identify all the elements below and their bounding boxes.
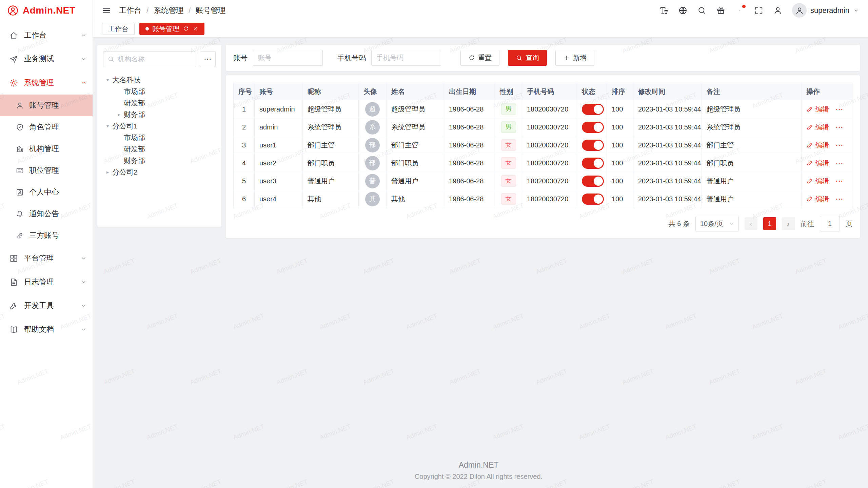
tree-node[interactable]: 研发部	[103, 97, 216, 109]
sidebar-item-business-test[interactable]: 业务测试	[0, 47, 93, 71]
breadcrumb-item[interactable]: 系统管理	[154, 5, 183, 16]
font-size-icon[interactable]	[659, 6, 669, 15]
cell-phone: 18020030720	[522, 154, 577, 172]
sidebar-item-dev-tools[interactable]: 开发工具	[0, 294, 93, 318]
reset-button[interactable]: 重置	[460, 50, 499, 66]
gender-badge: 女	[501, 193, 516, 205]
gender-badge: 男	[501, 103, 516, 115]
cell-index: 5	[234, 172, 255, 190]
tab-workbench[interactable]: 工作台	[102, 23, 135, 35]
hamburger-icon[interactable]	[102, 6, 111, 15]
profile-icon[interactable]	[773, 6, 783, 15]
app-root: Admin.NETAdmin.NETAdmin.NETAdmin.NETAdmi…	[0, 0, 868, 488]
app-logo[interactable]: Admin.NET	[0, 0, 93, 21]
prev-page-button[interactable]: ‹	[745, 217, 757, 230]
tree-node[interactable]: ▾大名科技	[103, 74, 216, 86]
status-toggle[interactable]	[582, 194, 604, 205]
row-avatar: 其	[365, 192, 380, 206]
theme-icon[interactable]	[716, 6, 726, 15]
sidebar-item-log-mgmt[interactable]: 日志管理	[0, 270, 93, 294]
chevron-down-icon	[853, 7, 859, 14]
tree-node[interactable]: 财务部	[103, 155, 216, 166]
tree-node[interactable]: ▸财务部	[103, 109, 216, 120]
cell-status	[577, 154, 607, 172]
cell-phone: 18020030720	[522, 118, 577, 136]
tab-close-icon[interactable]	[192, 26, 198, 32]
sidebar-item-platform-mgmt[interactable]: 平台管理	[0, 246, 93, 270]
edit-button[interactable]: 编辑	[806, 123, 829, 132]
goto-page-input[interactable]	[820, 216, 840, 231]
cell-ops: 编辑⋯	[802, 136, 852, 154]
sidebar-item-system-mgmt[interactable]: 系统管理	[0, 71, 93, 95]
sidebar-item-org-mgmt[interactable]: 机构管理	[0, 138, 93, 160]
cell-birth: 1986-06-28	[444, 118, 495, 136]
tree-node[interactable]: 研发部	[103, 143, 216, 155]
tree-node[interactable]: ▾分公司1	[103, 120, 216, 132]
sidebar-item-notice[interactable]: 通知公告	[0, 203, 93, 225]
org-more-button[interactable]: ⋯	[200, 51, 216, 67]
submenu-system-mgmt: 账号管理角色管理机构管理职位管理个人中心通知公告三方账号	[0, 95, 93, 246]
status-toggle[interactable]	[582, 122, 604, 133]
table-card: 序号账号昵称头像姓名出生日期性别手机号码状态排序修改时间备注操作 1supera…	[226, 75, 860, 238]
account-input[interactable]	[253, 50, 323, 66]
sidebar-item-position-mgmt[interactable]: 职位管理	[0, 160, 93, 181]
right-column: 账号 手机号码 重置 查询 新增 序号账号昵称头像姓名出生日期性别手机号码状态排…	[226, 45, 860, 238]
more-actions-button[interactable]: ⋯	[835, 159, 844, 167]
tab-account-mgmt[interactable]: 账号管理	[139, 23, 204, 35]
breadcrumb-item[interactable]: 账号管理	[196, 5, 225, 16]
plus-icon	[563, 55, 570, 61]
fullscreen-icon[interactable]	[754, 6, 764, 15]
column-header-account: 账号	[255, 83, 303, 100]
tree-caret-icon[interactable]: ▸	[115, 111, 124, 118]
query-button[interactable]: 查询	[508, 50, 547, 66]
more-actions-button[interactable]: ⋯	[835, 141, 844, 149]
more-actions-button[interactable]: ⋯	[835, 177, 844, 185]
edit-button[interactable]: 编辑	[806, 177, 829, 186]
footer-title: Admin.NET	[97, 461, 860, 470]
edit-button[interactable]: 编辑	[806, 195, 829, 204]
notification-icon[interactable]	[735, 6, 745, 15]
cell-phone: 18020030720	[522, 136, 577, 154]
sidebar-item-profile-center[interactable]: 个人中心	[0, 181, 93, 203]
edit-button[interactable]: 编辑	[806, 159, 829, 168]
status-toggle[interactable]	[582, 158, 604, 169]
sidebar-item-role-mgmt[interactable]: 角色管理	[0, 116, 93, 138]
more-actions-button[interactable]: ⋯	[835, 195, 844, 203]
tree-node[interactable]: ▸分公司2	[103, 166, 216, 178]
page-size-select[interactable]: 10条/页	[695, 216, 739, 231]
cell-index: 4	[234, 154, 255, 172]
sidebar-item-label: 系统管理	[24, 78, 54, 88]
tree-node[interactable]: 市场部	[103, 132, 216, 143]
more-actions-button[interactable]: ⋯	[835, 105, 844, 114]
edit-button[interactable]: 编辑	[806, 141, 829, 150]
tree-caret-icon[interactable]: ▸	[103, 169, 112, 175]
status-toggle[interactable]	[582, 140, 604, 151]
sidebar-item-workbench[interactable]: 工作台	[0, 23, 93, 47]
tree-node[interactable]: 市场部	[103, 86, 216, 97]
language-icon[interactable]	[678, 6, 688, 15]
breadcrumb-item[interactable]: 工作台	[119, 5, 141, 16]
next-page-button[interactable]: ›	[782, 217, 795, 230]
cell-avatar: 超	[359, 100, 387, 118]
sidebar-item-help-docs[interactable]: 帮助文档	[0, 318, 93, 341]
org-search-input[interactable]	[118, 55, 192, 63]
tree-node-label: 财务部	[124, 110, 145, 119]
tree-node-label: 研发部	[124, 144, 145, 154]
edit-button[interactable]: 编辑	[806, 105, 829, 114]
tree-node-label: 大名科技	[112, 75, 141, 85]
status-toggle[interactable]	[582, 176, 604, 187]
tree-caret-icon[interactable]: ▾	[103, 123, 112, 129]
column-header-index: 序号	[234, 83, 255, 100]
phone-input[interactable]	[371, 50, 441, 66]
page-1-button[interactable]: 1	[763, 217, 776, 230]
user-menu[interactable]: superadmin	[792, 3, 859, 18]
sidebar-item-third-account[interactable]: 三方账号	[0, 225, 93, 246]
tab-refresh-icon[interactable]	[183, 26, 189, 32]
chevron-down-icon	[79, 32, 86, 39]
sidebar-item-account-mgmt[interactable]: 账号管理	[0, 95, 93, 116]
add-button[interactable]: 新增	[555, 50, 594, 66]
search-icon[interactable]	[697, 6, 707, 15]
status-toggle[interactable]	[582, 104, 604, 115]
tree-caret-icon[interactable]: ▾	[103, 77, 112, 83]
more-actions-button[interactable]: ⋯	[835, 123, 844, 131]
